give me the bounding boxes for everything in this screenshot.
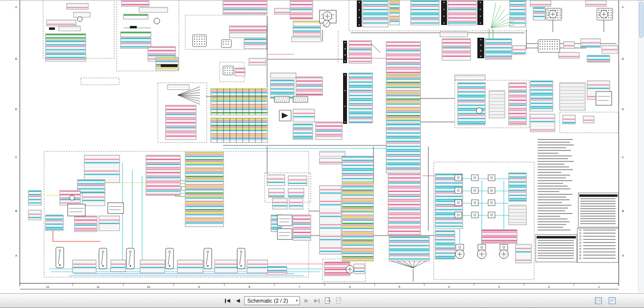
wire-label-block bbox=[84, 155, 120, 183]
label-row bbox=[349, 41, 372, 42]
label-row bbox=[387, 45, 421, 47]
label-row bbox=[510, 23, 525, 24]
label-row bbox=[147, 155, 180, 157]
label-row bbox=[458, 96, 485, 98]
legend-box bbox=[536, 235, 577, 262]
wire-label-block bbox=[349, 41, 372, 63]
label-row bbox=[349, 81, 372, 83]
page-select-dropdown[interactable]: Schematic (2 / 2) ▼ bbox=[244, 296, 300, 305]
label-row bbox=[320, 236, 341, 237]
export-page-button[interactable] bbox=[324, 296, 332, 305]
wire-label-block bbox=[293, 124, 313, 140]
block-frame bbox=[139, 7, 168, 12]
scrollbar-thumb[interactable] bbox=[639, 1, 644, 38]
label-row bbox=[166, 109, 196, 110]
connector-pin bbox=[611, 12, 612, 13]
label-row bbox=[363, 19, 388, 21]
gauge-circle bbox=[476, 108, 482, 114]
block-frame bbox=[215, 260, 237, 273]
label-row bbox=[186, 219, 223, 220]
note-line bbox=[538, 144, 574, 145]
next-page-button[interactable]: ▶ bbox=[303, 297, 310, 304]
label-row bbox=[509, 222, 526, 223]
label-row bbox=[387, 108, 421, 110]
label-row bbox=[186, 197, 223, 199]
label-row bbox=[509, 205, 526, 207]
wire-label-block bbox=[510, 0, 525, 27]
label-row bbox=[387, 127, 421, 129]
bar-pin bbox=[444, 2, 445, 3]
bar-body bbox=[343, 73, 347, 124]
wire-label-block bbox=[581, 39, 600, 47]
label-row bbox=[166, 112, 196, 114]
breaker-body bbox=[471, 175, 478, 181]
label-row bbox=[490, 94, 505, 95]
label-row bbox=[349, 73, 372, 74]
last-page-button[interactable]: ▶ bbox=[313, 297, 321, 304]
connector-bar bbox=[343, 41, 347, 63]
label-row bbox=[290, 202, 303, 203]
label-row bbox=[29, 196, 41, 197]
label-row bbox=[186, 184, 223, 186]
label-row bbox=[560, 86, 585, 88]
label-row bbox=[29, 199, 41, 200]
label-row bbox=[230, 26, 267, 27]
wire-label-block bbox=[46, 34, 86, 40]
label-row bbox=[531, 97, 553, 99]
switch-component bbox=[99, 248, 107, 269]
label-row bbox=[186, 172, 223, 174]
label-row bbox=[99, 223, 120, 224]
previous-page-button[interactable]: ◀ bbox=[235, 297, 242, 304]
note-line bbox=[538, 227, 563, 228]
connector-pin bbox=[201, 39, 202, 40]
bar-body bbox=[343, 41, 347, 63]
label-row bbox=[46, 227, 63, 228]
label-row bbox=[343, 228, 373, 229]
bar-pin bbox=[345, 121, 346, 122]
label-row bbox=[294, 116, 315, 118]
fan-wire bbox=[403, 261, 413, 268]
first-page-button[interactable]: ◀ bbox=[223, 297, 232, 304]
breaker-component bbox=[455, 200, 462, 206]
relay-body bbox=[277, 229, 292, 239]
note-line bbox=[538, 191, 559, 192]
wire-label-block bbox=[349, 73, 372, 123]
label-row bbox=[275, 12, 292, 13]
wire-label-block bbox=[292, 37, 321, 42]
label-row bbox=[387, 78, 421, 80]
vertical-scrollbar[interactable] bbox=[638, 0, 644, 293]
label-row bbox=[83, 200, 105, 201]
connector-pin bbox=[228, 44, 229, 45]
label-row bbox=[389, 204, 421, 206]
label-row bbox=[513, 52, 525, 54]
connector-pin bbox=[554, 48, 555, 49]
label-row bbox=[363, 4, 388, 5]
grid-letter: A bbox=[15, 254, 17, 257]
label-row bbox=[363, 0, 388, 2]
text-panel-button[interactable] bbox=[608, 296, 617, 305]
wire-label-block bbox=[274, 8, 292, 14]
label-row bbox=[349, 61, 372, 62]
connector-pin bbox=[554, 46, 555, 47]
label-row bbox=[387, 115, 421, 117]
connector-pin bbox=[611, 10, 612, 11]
label-row bbox=[186, 214, 223, 215]
thumbnail-panel-button[interactable] bbox=[594, 296, 603, 305]
label-row bbox=[387, 118, 421, 120]
fan-wire bbox=[178, 95, 200, 104]
label-row bbox=[186, 196, 223, 197]
relay-body bbox=[108, 203, 124, 213]
label-row bbox=[267, 266, 287, 268]
label-row bbox=[223, 0, 267, 2]
copy-page-button[interactable] bbox=[335, 296, 344, 305]
label-row bbox=[186, 188, 223, 189]
label-row bbox=[387, 67, 421, 68]
label-row bbox=[563, 118, 575, 120]
label-row bbox=[211, 89, 268, 90]
label-row bbox=[211, 97, 268, 98]
connector-pin bbox=[232, 72, 233, 73]
connector-pin bbox=[199, 44, 200, 45]
breaker-body bbox=[478, 244, 486, 250]
wire-label-block bbox=[215, 260, 237, 273]
wire-label-block bbox=[249, 58, 266, 65]
